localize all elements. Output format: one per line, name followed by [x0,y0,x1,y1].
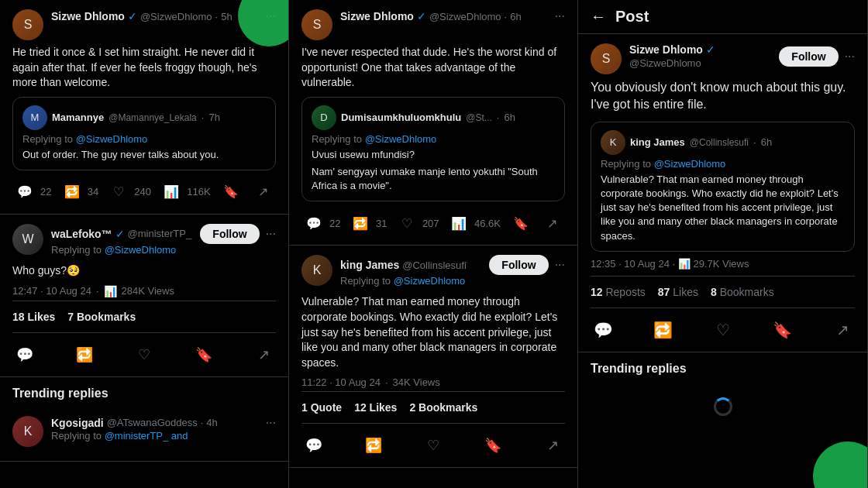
bookmark-icon-kj[interactable]: 🔖 [480,433,505,458]
reply-icon-p3[interactable]: 💬 [591,318,615,342]
author-name: Sizwe Dhlomo [51,10,125,22]
tweet-actions-1: 💬 22 🔁 34 ♡ 240 📊 116K 🔖 [12,177,276,204]
main-tweet-p3: S Sizwe Dhlomo ✓ @SizweDhlomo [578,34,867,352]
handle-sizwe-p3: @SizweDhlomo [629,57,701,69]
follow-button-walefoko[interactable]: Follow [200,224,259,244]
quoted-p3: K king James @Collinslesufi · 6h Replyin… [591,122,855,252]
more-kj-p2[interactable]: ··· [555,258,565,272]
handle-wl: @ministerTP_ [128,228,192,239]
verified-badge: ✓ [128,10,137,22]
retweet-icon-p3[interactable]: 🔁 [650,318,675,342]
retweet-p2[interactable]: 🔁 31 [348,211,387,235]
handle-kj-p2: @Collinslesufi [402,259,467,271]
heart-icon[interactable]: ♡ [106,180,131,204]
tweet-sizwe-panel2: S Sizwe Dhlomo ✓ @SizweDhlomo · 6h ··· [289,0,577,246]
timestamp-p3: 12:35 · 10 Aug 24 · 📊 29.7K Views [591,258,855,270]
engagement-row-wl: 18 Likes 7 Bookmarks [12,301,276,333]
time-sizwe-p2: 6h [510,11,521,22]
like-action[interactable]: ♡ 240 [106,180,151,204]
quoted-text1-p2: Uvusi usewu mfundisi? [312,148,555,162]
avatar-sizwe-p2: S [301,9,332,40]
actions-kj-p2: 💬 🔁 ♡ 🔖 ↗ [301,430,565,458]
retweet-icon-kj[interactable]: 🔁 [361,433,386,458]
stats-kj-p2: 11:22 · 10 Aug 24 · 34K Views [301,376,565,388]
text-kj-p2: Vulnerable? That man earned money throug… [301,294,565,370]
avatar-sizwe-p3: S [591,43,622,74]
panel-1: S Sizwe Dhlomo ✓ @SizweDhlomo · 5h ··· [0,0,289,488]
tweet-kingjames-p2: K king James @Collinslesufi Follow ··· R… [289,246,577,468]
author-name-wl: waLefoko™ [51,228,112,240]
reply-icon-wl[interactable]: 💬 [12,342,37,367]
quoted-text2-p2: Nam' sengyayi vumake manje lento yokuthi… [312,165,555,193]
replying-kgosigadi: Replying to @ministerTP_ and [51,430,276,442]
bookmark-action[interactable]: 🔖 [219,180,243,204]
heart-icon-wl[interactable]: ♡ [132,342,157,367]
retweet-icon-p2[interactable]: 🔁 [348,211,373,235]
tweet-time: 5h [221,11,232,22]
more-kgosigadi[interactable]: ··· [266,416,276,430]
share-icon-p2[interactable]: ↗ [540,211,565,235]
avatar-sizwe-1: S [12,9,43,40]
quoted-author-p3: king James [630,136,685,148]
avatar-kgosigadi: K [12,416,43,447]
reply-icon-p2[interactable]: 💬 [301,211,326,235]
heart-icon-kj[interactable]: ♡ [421,433,446,458]
loading-spinner [578,382,867,431]
retweet-action[interactable]: 🔁 34 [60,180,98,204]
trending-header-p3: Trending replies [578,352,867,382]
share-icon[interactable]: ↗ [251,180,276,204]
share-action[interactable]: ↗ [251,180,276,204]
reply-action[interactable]: 💬 22 [12,180,51,204]
heart-icon-p3[interactable]: ♡ [711,318,735,342]
back-button[interactable]: ← [591,8,606,26]
quoted-author-p2: Dumisaumkhuluomkhulu [341,112,461,123]
share-icon-wl[interactable]: ↗ [251,342,276,367]
like-p2[interactable]: ♡ 207 [394,211,439,235]
views-action: 📊 116K [159,180,210,204]
retweet-icon[interactable]: 🔁 [60,180,84,204]
reply-kgosigadi: K Kgosigadi @ATswanaGoddess · 4h ··· Rep… [0,407,288,462]
name-sizwe-p2: Sizwe Dhlomo [340,10,414,22]
text-sizwe-p2: I've never respected that dude. He's the… [301,45,565,91]
meta-sizwe-p3: Sizwe Dhlomo ✓ @SizweDhlomo Follow ··· [629,43,855,70]
quoted-avatar: M [22,105,47,130]
quoted-handle-p2: @St... [466,112,492,123]
meta-kgosigadi: Kgosigadi @ATswanaGoddess · 4h ··· Reply… [51,416,276,445]
share-icon-p3[interactable]: ↗ [830,318,855,342]
author-handle: @SizweDhlomo [140,11,212,22]
follow-button-kingjames[interactable]: Follow [489,255,548,275]
actions-sizwe-p2: 💬 22 🔁 31 ♡ 207 📊 46.6K 🔖 ↗ [301,208,565,235]
author-kgosigadi: Kgosigadi [51,417,104,429]
quoted-text-p3: Vulnerable? That man earned money throug… [601,173,845,243]
heart-icon-p2[interactable]: ♡ [394,211,419,235]
more-sizwe-p2[interactable]: ··· [555,9,565,23]
name-sizwe-p3: Sizwe Dhlomo [629,43,703,56]
follow-button-p3[interactable]: Follow [779,46,838,67]
replying-to-wl: Replying to @SizweDhlomo [51,244,276,256]
bookmark-icon-wl[interactable]: 🔖 [191,342,216,367]
meta-kingjames-p2: king James @Collinslesufi Follow ··· Rep… [340,255,565,290]
bookmark-icon[interactable]: 🔖 [219,180,243,204]
reply-p2[interactable]: 💬 22 [301,211,340,235]
bookmark-icon-p3[interactable]: 🔖 [770,318,795,342]
quoted-text: Out of order. The guy never talks about … [22,148,266,162]
quoted-replying: Replying to @SizweDhlomo [22,133,266,145]
retweet-icon-wl[interactable]: 🔁 [72,342,97,367]
handle-sizwe-p2: @SizweDhlomo [429,11,501,22]
tweet-text-wl: Who guys?🥺 [12,263,276,279]
post-title: Post [615,8,649,26]
views-icon-p2: 📊 [446,211,471,235]
stats-row-wl: 12:47 · 10 Aug 24 · 📊 284K Views [12,285,276,297]
views-icon: 📊 [159,180,184,204]
quoted-time: 7h [208,112,219,123]
bookmark-icon-p2[interactable]: 🔖 [508,211,533,235]
more-p3[interactable]: ··· [845,50,855,64]
trending-header-panel1: Trending replies [0,377,288,407]
reply-icon-kj[interactable]: 💬 [301,433,326,458]
engagement-kj-p2: 1 Quote 12 Likes 2 Bookmarks [301,391,565,424]
avatar-walefoko: W [12,224,43,255]
share-icon-kj[interactable]: ↗ [540,433,565,458]
more-options-icon-wl[interactable]: ··· [266,227,276,241]
main-tweet-text-p3: You obviously don't know much about this… [591,79,855,114]
reply-icon[interactable]: 💬 [12,180,37,204]
